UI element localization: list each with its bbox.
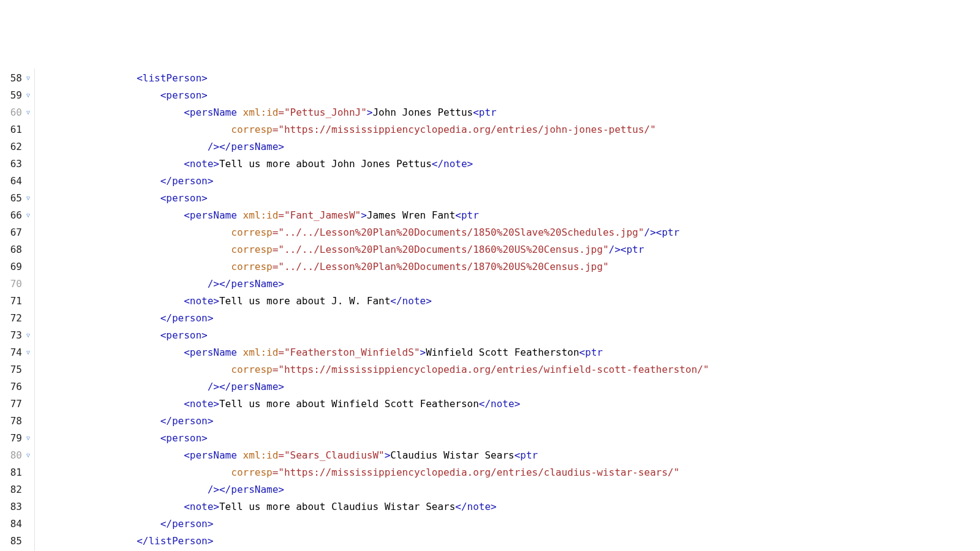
code-line[interactable]: <persName xml:id="Pettus_JohnJ">John Jon… [42,104,709,121]
code-line[interactable]: /></persName> [42,138,709,156]
token-tag: </note> [390,293,431,310]
gutter-row: 72 [5,310,32,327]
token-tag: > [420,344,426,361]
token-tag: /></persName> [208,481,284,498]
token-eq: = [278,104,284,121]
token-attr: xml:id [243,447,279,464]
code-line[interactable]: </listPerson> [42,533,709,550]
token-val: "Pettus_JohnJ" [284,104,367,121]
fold-toggle-icon[interactable]: ▽ [24,330,32,341]
line-number: 59 [5,87,22,104]
gutter-row: 66▽ [5,207,32,224]
code-line[interactable]: <note>Tell us more about Claudius Wistar… [42,498,709,515]
code-line[interactable]: <note>Tell us more about John Jones Pett… [42,156,709,173]
token-tag: <persName [184,207,243,224]
token-eq: = [273,361,279,378]
fold-toggle-icon[interactable]: ▽ [24,433,32,444]
indent [42,395,184,413]
gutter-row: 79▽ [5,430,32,447]
line-number: 70 [5,276,22,293]
code-line[interactable]: <listPerson> [42,70,709,87]
code-editor: 58▽59▽60▽6162636465▽66▽67686970717273▽74… [0,69,980,551]
token-tag: <ptr [455,207,479,224]
code-line[interactable]: </person> [42,310,709,327]
indent [42,173,160,190]
code-line[interactable]: <person> [42,87,709,104]
code-line[interactable]: corresp="https://mississippiencyclopedia… [42,361,709,378]
code-line[interactable]: <note>Tell us more about Winfield Scott … [42,395,709,413]
code-line[interactable]: <persName xml:id="Featherston_WinfieldS"… [42,344,709,361]
token-text: Claudius Wistar Sears [390,447,514,464]
code-line[interactable]: corresp="../../Lesson%20Plan%20Documents… [42,224,709,241]
indent [42,121,231,138]
code-line[interactable]: corresp="https://mississippiencyclopedia… [42,121,709,138]
gutter-row: 68 [5,241,32,258]
code-line[interactable]: <persName xml:id="Sears_ClaudiusW">Claud… [42,447,709,464]
fold-toggle-icon[interactable]: ▽ [24,210,32,221]
token-text: Tell us more about Claudius Wistar Sears [219,498,455,515]
gutter-row: 73▽ [5,327,32,344]
line-number: 85 [5,533,22,550]
line-number-gutter: 58▽59▽60▽6162636465▽66▽67686970717273▽74… [0,69,35,551]
gutter-row: 70 [5,276,32,293]
code-line[interactable]: </person> [42,515,709,533]
token-tag: /><ptr [644,224,680,241]
code-line[interactable]: /></persName> [42,276,709,293]
indent [42,293,184,310]
token-tag: <ptr [473,104,497,121]
token-tag: > [367,104,373,121]
token-text: Winfield Scott Featherston [426,344,579,361]
line-number: 65 [5,190,22,207]
code-line[interactable]: <persName xml:id="Fant_JamesW">James Wre… [42,207,709,224]
line-number: 76 [5,378,22,395]
indent [42,70,137,87]
token-tag: </note> [432,156,473,173]
gutter-row: 84 [5,515,32,533]
line-number: 80 [5,447,22,464]
code-line[interactable]: </person> [42,413,709,430]
gutter-row: 69 [5,258,32,276]
token-tag: > [361,207,367,224]
gutter-row: 63 [5,156,32,173]
code-line[interactable]: /></persName> [42,481,709,498]
fold-toggle-icon[interactable]: ▽ [24,107,32,118]
token-tag: <persName [184,104,243,121]
token-tag: </person> [160,413,214,430]
code-line[interactable]: /></persName> [42,378,709,395]
token-val: "Fant_JamesW" [284,207,361,224]
indent [42,498,184,515]
fold-toggle-icon[interactable]: ▽ [24,193,32,204]
gutter-row: 74▽ [5,344,32,361]
code-line[interactable]: <person> [42,430,709,447]
indent [42,430,160,447]
token-text: Tell us more about Winfield Scott Feathe… [219,395,479,413]
indent [42,413,160,430]
code-line[interactable]: corresp="../../Lesson%20Plan%20Documents… [42,241,709,258]
token-eq: = [273,241,279,258]
fold-toggle-icon[interactable]: ▽ [24,347,32,358]
token-tag: <ptr [514,447,538,464]
indent [42,87,160,104]
code-line[interactable]: <note>Tell us more about J. W. Fant</not… [42,293,709,310]
code-line[interactable]: corresp="../../Lesson%20Plan%20Documents… [42,258,709,276]
fold-toggle-icon[interactable]: ▽ [24,450,32,461]
code-line[interactable]: <person> [42,190,709,207]
code-line[interactable]: </person> [42,173,709,190]
indent [42,138,208,156]
gutter-row: 58▽ [5,70,32,87]
line-number: 81 [5,464,22,481]
token-tag: <persName [184,344,243,361]
fold-toggle-icon[interactable]: ▽ [24,90,32,101]
token-tag: /></persName> [208,276,284,293]
gutter-row: 76 [5,378,32,395]
gutter-row: 80▽ [5,447,32,464]
code-line[interactable]: <person> [42,327,709,344]
line-number: 68 [5,241,22,258]
fold-toggle-icon[interactable]: ▽ [24,73,32,84]
token-tag: <person> [160,87,208,104]
gutter-row: 82 [5,481,32,498]
indent [42,258,231,276]
gutter-row: 78 [5,413,32,430]
code-area[interactable]: <listPerson> <person> <persName xml:id="… [35,69,709,551]
code-line[interactable]: corresp="https://mississippiencyclopedia… [42,464,709,481]
